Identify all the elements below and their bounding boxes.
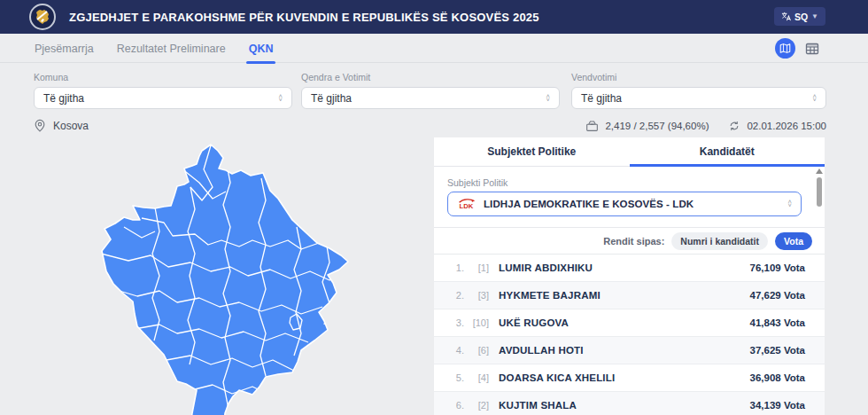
candidate-rank: 5. (446, 372, 464, 383)
page-title: ZGJEDHJET E PARAKOHSHME PËR KUVENDIN E R… (69, 0, 539, 34)
kosovo-map[interactable] (89, 138, 372, 415)
candidate-votes: 41,843 Vota (750, 317, 805, 328)
scrollbar-thumb[interactable] (817, 177, 822, 207)
candidate-ballot-number: [4] (464, 372, 489, 383)
candidate-votes: 47,629 Vota (750, 290, 805, 301)
select-updown-icon: ˄˅ (788, 200, 792, 208)
scroll-up-icon[interactable] (816, 168, 823, 174)
chevron-down-icon: ▼ (811, 12, 818, 20)
language-code: SQ (794, 12, 808, 22)
candidate-ballot-number: [3] (464, 290, 489, 301)
tab-subjektet-politike[interactable]: Subjektet Politike (434, 137, 630, 166)
region-name: Kosova (53, 120, 89, 132)
refresh-icon[interactable] (728, 120, 740, 132)
candidate-name: HYKMETE BAJRAMI (499, 290, 601, 301)
app-header: ZGJEDHJET E PARAKOHSHME PËR KUVENDIN E R… (0, 0, 868, 34)
subject-select-value: LIDHJA DEMOKRATIKE E KOSOVËS - LDK (484, 199, 781, 209)
panel-scrollbar[interactable] (816, 168, 823, 412)
tab-kandidatet[interactable]: Kandidatët (630, 137, 825, 166)
candidate-row[interactable]: 6. [2] KUJTIM SHALA 34,139 Vota (434, 392, 825, 415)
candidate-votes: 37,625 Vota (750, 345, 805, 356)
subject-label: Subjekti Politik (447, 177, 802, 188)
map-view-button[interactable] (775, 38, 795, 59)
select-updown-icon: ˄˅ (546, 95, 550, 102)
subject-filter: Subjekti Politik LDK LIDHJA DEMOKRATIKE … (434, 167, 825, 227)
candidate-name: DOARSA KICA XHELILI (499, 372, 615, 383)
filter-vendvotimi-label: Vendvotimi (571, 72, 826, 82)
candidate-ballot-number: [6] (464, 345, 489, 356)
komuna-select[interactable]: Të gjitha ˄˅ (34, 87, 292, 109)
region-indicator: Kosova (34, 119, 89, 132)
counted-stations: 2,419 / 2,557 (94,60%) (605, 121, 709, 131)
sort-by-votes-button[interactable]: Vota (775, 232, 812, 250)
candidate-ballot-number: [10] (464, 317, 489, 328)
komuna-select-value: Të gjitha (43, 92, 279, 105)
map-icon (779, 43, 791, 54)
candidate-name: UKË RUGOVA (499, 317, 569, 328)
candidate-row[interactable]: 2. [3] HYKMETE BAJRAMI 47,629 Vota (434, 282, 825, 309)
subject-select[interactable]: LDK LIDHJA DEMOKRATIKE E KOSOVËS - LDK ˄… (447, 192, 802, 216)
candidate-votes: 76,109 Vota (750, 262, 805, 273)
filter-vendvotimi: Vendvotimi Të gjitha ˄˅ (571, 72, 826, 109)
kosovo-outline (102, 145, 348, 415)
candidate-row[interactable]: 5. [4] DOARSA KICA XHELILI 36,908 Vota (434, 364, 825, 392)
qendra-select[interactable]: Të gjitha ˄˅ (301, 87, 560, 109)
select-updown-icon: ˄˅ (279, 95, 283, 102)
candidate-name: AVDULLAH HOTI (499, 345, 584, 356)
counting-stats: 2,419 / 2,557 (94,60%) 02.01.2026 15:00 (585, 119, 826, 132)
candidate-row[interactable]: 4. [6] AVDULLAH HOTI 37,625 Vota (434, 337, 825, 364)
tab-pjesemarrja[interactable]: Pjesëmarrja (23, 34, 105, 63)
candidate-name: KUJTIM SHALA (499, 400, 577, 411)
vendvotimi-select-value: Të gjitha (581, 92, 813, 105)
table-icon (805, 42, 819, 56)
candidate-votes: 36,908 Vota (750, 372, 805, 383)
sort-controls: Rendit sipas: Numri i kandidatit Vota (434, 227, 825, 254)
candidate-list: 1. [1] LUMIR ABDIXHIKU 76,109 Vota 2. [3… (434, 254, 825, 415)
filter-komuna: Komuna Të gjitha ˄˅ (34, 72, 292, 109)
tab-qkn[interactable]: QKN (237, 34, 285, 63)
kqz-logo-emblem (33, 7, 52, 27)
candidate-rank: 4. (446, 345, 464, 356)
qendra-select-value: Të gjitha (311, 92, 546, 105)
vendvotimi-select[interactable]: Të gjitha ˄˅ (571, 87, 826, 109)
candidate-rank: 6. (446, 400, 464, 411)
candidate-ballot-number: [2] (464, 400, 489, 411)
results-panel: Subjektet Politike Kandidatët Subjekti P… (434, 137, 825, 415)
svg-text:LDK: LDK (460, 202, 474, 210)
sort-by-candidate-number-button[interactable]: Numri i kandidatit (671, 232, 768, 250)
filter-qendra: Qendra e Votimit Të gjitha ˄˅ (301, 72, 560, 109)
tab-rezultatet-preliminare[interactable]: Rezultatet Preliminare (105, 34, 237, 63)
filter-komuna-label: Komuna (34, 72, 292, 82)
sort-label: Rendit sipas: (603, 236, 664, 247)
results-tabs: Subjektet Politike Kandidatët (434, 137, 825, 167)
ballot-box-icon (585, 119, 599, 132)
candidate-row[interactable]: 3. [10] UKË RUGOVA 41,843 Vota (434, 309, 825, 337)
kqz-logo (29, 4, 56, 30)
ldk-party-logo: LDK (457, 198, 477, 210)
candidate-row[interactable]: 1. [1] LUMIR ABDIXHIKU 76,109 Vota (434, 254, 825, 282)
last-updated: 02.01.2026 15:00 (747, 121, 826, 131)
translate-icon (781, 12, 791, 21)
location-pin-icon (34, 119, 46, 132)
select-updown-icon: ˄˅ (813, 95, 817, 102)
candidate-rank: 3. (446, 317, 464, 328)
candidate-ballot-number: [1] (464, 262, 489, 273)
candidate-name: LUMIR ABDIXHIKU (499, 262, 593, 273)
language-selector[interactable]: SQ ▼ (774, 7, 825, 26)
candidate-rank: 2. (446, 290, 464, 301)
table-view-button[interactable] (802, 38, 822, 59)
candidate-votes: 34,139 Vota (750, 400, 805, 411)
candidate-rank: 1. (446, 262, 464, 273)
main-nav: Pjesëmarrja Rezultatet Preliminare QKN (0, 34, 868, 63)
filter-qendra-label: Qendra e Votimit (301, 72, 560, 82)
